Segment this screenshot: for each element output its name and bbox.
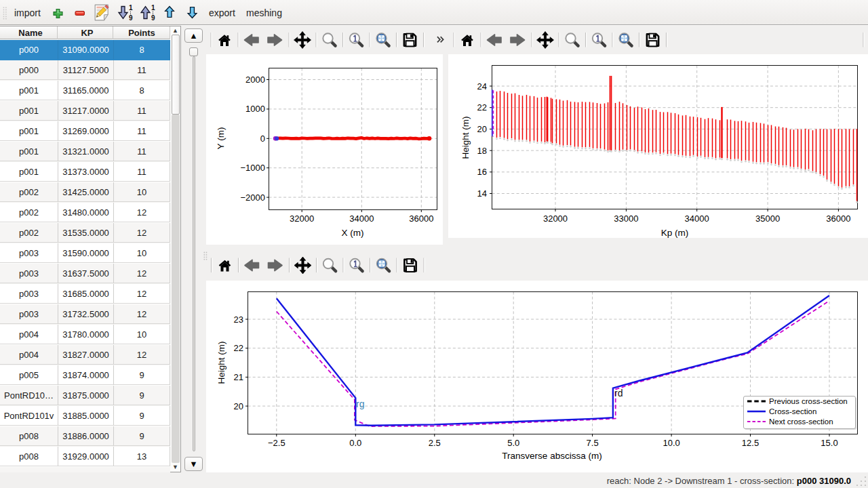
svg-text:Transverse abscissa (m): Transverse abscissa (m) bbox=[502, 451, 601, 461]
svg-text:34000: 34000 bbox=[349, 214, 374, 224]
svg-text:16: 16 bbox=[477, 167, 487, 177]
svg-text:32000: 32000 bbox=[290, 214, 314, 224]
svg-text:35000: 35000 bbox=[755, 214, 780, 224]
svg-text:2.5: 2.5 bbox=[429, 438, 441, 448]
svg-text:32000: 32000 bbox=[543, 214, 568, 224]
svg-text:20: 20 bbox=[234, 401, 243, 411]
svg-text:22: 22 bbox=[477, 102, 487, 113]
svg-text:36000: 36000 bbox=[409, 214, 433, 224]
svg-text:34000: 34000 bbox=[685, 214, 709, 224]
svg-text:36000: 36000 bbox=[826, 214, 850, 224]
svg-text:15.0: 15.0 bbox=[821, 438, 837, 448]
svg-text:22: 22 bbox=[234, 343, 243, 353]
svg-text:33000: 33000 bbox=[614, 214, 638, 224]
svg-text:10.0: 10.0 bbox=[663, 438, 679, 448]
svg-text:21: 21 bbox=[234, 372, 243, 382]
svg-text:Y (m): Y (m) bbox=[216, 127, 226, 150]
svg-text:24: 24 bbox=[477, 81, 487, 92]
svg-text:Previous cross-section: Previous cross-section bbox=[769, 397, 848, 405]
svg-text:5.0: 5.0 bbox=[507, 438, 519, 448]
svg-text:Height (m): Height (m) bbox=[216, 341, 226, 384]
svg-text:rd: rd bbox=[614, 388, 623, 399]
svg-text:rg: rg bbox=[356, 399, 364, 409]
svg-text:2000: 2000 bbox=[245, 75, 265, 85]
svg-text:−1000: −1000 bbox=[240, 163, 265, 173]
svg-text:−2000: −2000 bbox=[240, 192, 265, 203]
svg-text:Cross-section: Cross-section bbox=[769, 407, 816, 415]
svg-text:18: 18 bbox=[477, 146, 487, 156]
svg-text:Height (m): Height (m) bbox=[460, 116, 471, 159]
svg-text:−2.5: −2.5 bbox=[268, 438, 285, 448]
svg-text:20: 20 bbox=[477, 124, 487, 134]
svg-text:14: 14 bbox=[477, 188, 487, 199]
svg-text:1000: 1000 bbox=[245, 104, 265, 114]
svg-text:Next cross-section: Next cross-section bbox=[769, 418, 833, 426]
svg-text:7.5: 7.5 bbox=[587, 438, 599, 448]
svg-text:23: 23 bbox=[234, 314, 243, 325]
svg-text:12.5: 12.5 bbox=[742, 438, 759, 448]
svg-text:0.0: 0.0 bbox=[349, 438, 361, 448]
svg-text:Kp (m): Kp (m) bbox=[661, 228, 689, 238]
svg-text:X (m): X (m) bbox=[342, 228, 364, 238]
svg-text:0: 0 bbox=[260, 134, 265, 144]
